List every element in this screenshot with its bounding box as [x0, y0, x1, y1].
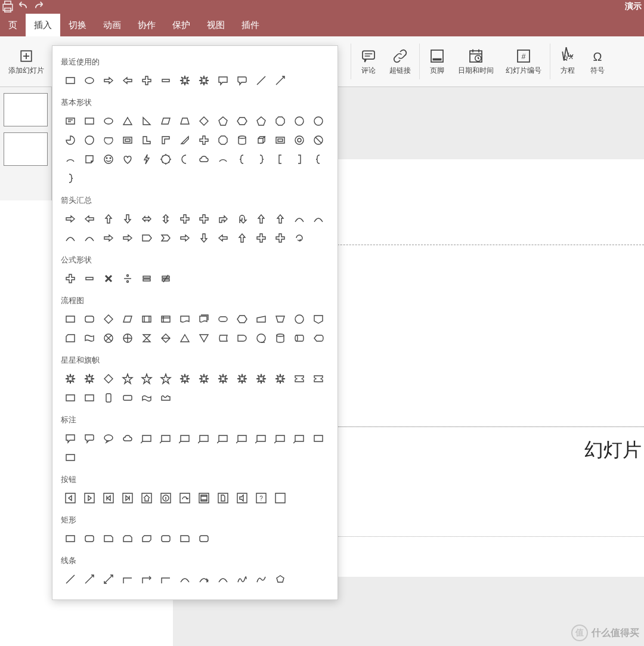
shape-tear[interactable] [80, 131, 99, 150]
shape-arrow-uturn[interactable] [233, 209, 252, 228]
shape-btn-sound[interactable] [233, 489, 252, 508]
add-slide-button[interactable]: 添加幻灯片 [2, 38, 50, 85]
shape-fc-merge[interactable] [194, 329, 213, 348]
shape-star24[interactable] [252, 369, 271, 388]
shape-arrow-curveleft[interactable] [309, 209, 328, 228]
shape-diag-stripe[interactable] [175, 131, 194, 150]
shape-arrow-upcallout[interactable] [233, 228, 252, 248]
shape-brace-left3[interactable] [309, 150, 328, 169]
shape-fc-display[interactable] [309, 329, 328, 348]
shape-bevel[interactable] [271, 131, 290, 150]
redo-icon[interactable] [31, 1, 47, 13]
shape-star7[interactable] [156, 369, 175, 388]
shape-brace-right3[interactable] [61, 169, 80, 188]
shape-lightning[interactable] [137, 150, 156, 169]
shape-fc-decision[interactable] [99, 310, 118, 329]
shape-curve-double[interactable] [213, 570, 233, 589]
footer-button[interactable]: 页脚 [422, 38, 452, 85]
shape-btn-return[interactable] [175, 489, 194, 508]
thumb-2[interactable] [4, 132, 48, 166]
shape-math-plus[interactable] [61, 269, 80, 288]
tab-home[interactable]: 页 [0, 14, 26, 36]
shape-vertical-scroll[interactable] [99, 388, 118, 407]
shape-fc-sort[interactable] [156, 329, 175, 348]
tab-collab[interactable]: 协作 [129, 14, 164, 36]
shape-arrow-leftup[interactable] [252, 209, 271, 228]
shape-plus[interactable] [137, 71, 156, 90]
shape-line-arrow[interactable] [80, 570, 99, 589]
shape-arrow-pentagon[interactable] [137, 228, 156, 248]
shape-fc-magnetic[interactable] [271, 329, 290, 348]
shape-callout-bar2[interactable] [61, 448, 80, 467]
shape-plus[interactable] [194, 131, 213, 150]
shape-brace-left[interactable] [233, 150, 252, 169]
shape-right-triangle[interactable] [137, 112, 156, 131]
shape-parallelogram[interactable] [156, 112, 175, 131]
shape-fc-seq-storage[interactable] [252, 329, 271, 348]
shape-arrow-curvedown[interactable] [80, 228, 99, 248]
shape-arrow-quadcallout[interactable] [271, 228, 290, 248]
shape-plaque[interactable] [213, 131, 233, 150]
shape-fc-tape[interactable] [80, 329, 99, 348]
shape-fc-terminator[interactable] [213, 310, 233, 329]
shape-btn-help[interactable]: ? [252, 489, 271, 508]
shape-ellipse[interactable] [99, 112, 118, 131]
shape-trapezoid[interactable] [175, 112, 194, 131]
shape-callout-bar1[interactable] [309, 429, 328, 448]
shape-fc-summing[interactable] [99, 329, 118, 348]
shape-rect-round[interactable] [80, 529, 99, 548]
shape-double-wave[interactable] [156, 388, 175, 407]
shape-star16[interactable] [233, 369, 252, 388]
shape-arrow-circular[interactable] [290, 228, 309, 248]
shape-math-minus[interactable] [80, 269, 99, 288]
shape-arrow-right[interactable] [61, 209, 80, 228]
shape-btn-begin[interactable] [99, 489, 118, 508]
shape-callout-accent3[interactable] [233, 429, 252, 448]
shape-can[interactable] [233, 131, 252, 150]
shape-chord[interactable] [99, 131, 118, 150]
shape-heptagon[interactable] [252, 112, 271, 131]
shape-fc-predefined[interactable] [137, 310, 156, 329]
shape-donut[interactable] [290, 131, 309, 150]
shape-arrow-right[interactable] [99, 71, 118, 90]
shape-math-multiply[interactable] [99, 269, 118, 288]
shape-line-arrow[interactable] [271, 71, 290, 90]
shape-math-equal[interactable] [137, 269, 156, 288]
shape-rect-round2-same[interactable] [194, 529, 213, 548]
shape-cube[interactable] [252, 131, 271, 150]
shape-pie[interactable] [61, 131, 80, 150]
shape-hexagon[interactable] [233, 112, 252, 131]
shape-arrow-curveright[interactable] [290, 209, 309, 228]
shape-triangle[interactable] [118, 112, 137, 131]
shape-btn-info[interactable] [156, 489, 175, 508]
hyperlink-button[interactable]: 超链接 [383, 38, 417, 85]
shape-star6[interactable] [137, 369, 156, 388]
shape-callout-border1[interactable] [252, 429, 271, 448]
shape-speech-round[interactable] [233, 71, 252, 90]
shape-arc[interactable] [61, 150, 80, 169]
shape-star12[interactable] [213, 369, 233, 388]
tab-insert[interactable]: 插入 [26, 14, 60, 36]
shape-ellipse[interactable] [80, 71, 99, 90]
undo-icon[interactable] [16, 1, 31, 13]
shape-curve-arrow[interactable] [194, 570, 213, 589]
shape-ribbon-up[interactable] [290, 369, 309, 388]
tab-view[interactable]: 视图 [199, 14, 233, 36]
shape-explosion1[interactable] [61, 369, 80, 388]
shape-freeform-closed[interactable] [271, 570, 290, 589]
shape-explosion2[interactable] [80, 369, 99, 388]
shape-decagon[interactable] [290, 112, 309, 131]
shape-fc-manual-input[interactable] [252, 310, 271, 329]
shape-cloud[interactable] [194, 150, 213, 169]
shape-star5[interactable] [118, 369, 137, 388]
shape-fc-altprocess[interactable] [80, 310, 99, 329]
shape-rect-snip2-diag[interactable] [137, 529, 156, 548]
print-icon[interactable] [0, 1, 16, 13]
shape-fc-connector[interactable] [290, 310, 309, 329]
shape-fc-extract[interactable] [175, 329, 194, 348]
shape-line-elbow-double[interactable] [156, 570, 175, 589]
shape-rect[interactable] [61, 71, 80, 90]
shape-callout-border3[interactable] [290, 429, 309, 448]
shape-arrow-quad[interactable] [175, 209, 194, 228]
shape-brace-right[interactable] [252, 150, 271, 169]
